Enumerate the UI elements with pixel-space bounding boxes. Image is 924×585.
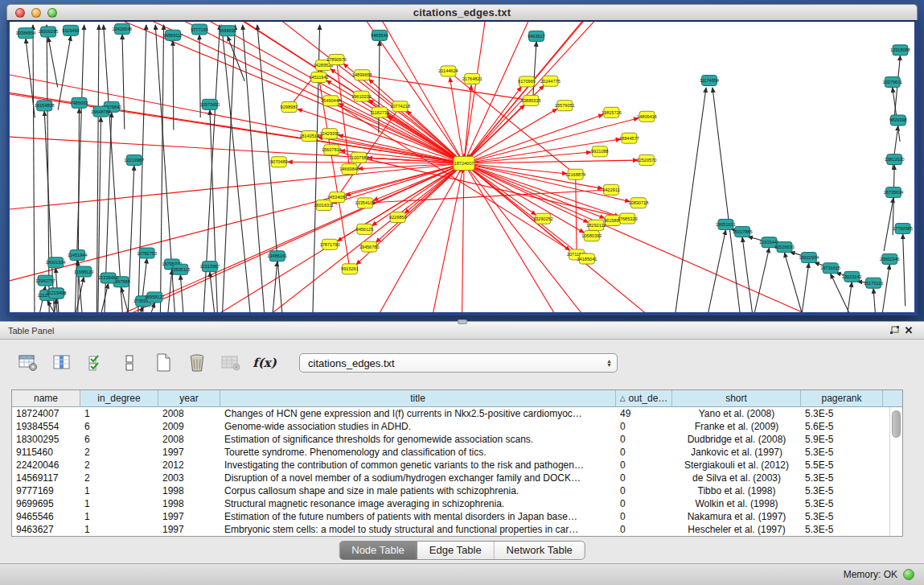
table-row[interactable]: 1938455462009Genome-wide association stu… [12,420,889,433]
graph-node[interactable]: 12213987 [124,154,144,165]
minimize-window-button[interactable] [31,8,41,18]
graph-node[interactable]: 9777169 [191,24,208,35]
graph-node[interactable]: 11174654 [700,76,719,86]
graph-edge[interactable] [576,175,577,255]
graph-edge[interactable] [168,270,172,312]
graph-node[interactable]: 10973493 [199,99,220,109]
scrollbar-thumb[interactable] [892,410,901,438]
graph-edge[interactable] [464,163,789,312]
graph-node[interactable]: 16782753 [137,248,157,258]
graph-node[interactable]: 14511942 [309,72,328,82]
graph-node[interactable]: 7485063 [71,97,88,108]
graph-node[interactable]: 18292112 [586,220,606,230]
column-header-in_degree[interactable]: in_degree [80,390,158,406]
graph-node[interactable]: 13812020 [885,154,905,165]
table-row[interactable]: 946554611997Estimation of the future num… [12,510,889,523]
table-scrollbar[interactable] [889,407,902,536]
graph-edge[interactable] [228,36,244,80]
graph-node[interactable]: 21144624 [438,66,458,76]
graph-node[interactable]: 21764821 [462,73,483,84]
graph-node[interactable]: 9070480 [270,157,288,167]
function-builder-icon[interactable]: f(x) [253,352,277,373]
graph-edge[interactable] [10,22,464,163]
graph-node[interactable]: 12213967 [199,262,220,272]
column-header-title[interactable]: title [220,390,616,406]
graph-edge[interactable] [362,75,531,101]
new-column-icon[interactable] [151,352,175,373]
graph-edge[interactable] [76,278,84,312]
window-titlebar[interactable]: citations_edges.txt [6,4,918,20]
close-panel-icon[interactable]: ✕ [901,324,916,337]
table-row[interactable]: 1872400712008Changes of HCN gene express… [12,407,889,420]
graph-edge[interactable] [848,282,852,312]
graph-node[interactable]: 14534084 [327,192,347,203]
graph-node[interactable]: 9422911 [602,184,619,195]
graph-edge[interactable] [464,87,521,163]
graph-node[interactable]: 15490444 [321,96,341,106]
graph-node[interactable]: 19456780 [359,241,380,252]
graph-edge[interactable] [10,22,464,163]
graph-node[interactable]: 9921088 [591,146,609,157]
graph-edge[interactable] [464,105,524,163]
delete-column-trash-icon[interactable] [185,352,209,373]
graph-edge[interactable] [48,37,58,87]
graph-edge[interactable] [122,35,125,129]
graph-node[interactable]: 13354109 [355,198,375,208]
table-row[interactable]: 1456911722003Disruption of a novel membe… [12,472,889,484]
graph-node[interactable]: 9915261 [341,264,359,274]
graph-node[interactable]: 18143514 [299,131,319,142]
graph-node[interactable]: 12526633 [774,242,795,253]
graph-node[interactable]: 14899658 [352,70,372,80]
table-row[interactable]: 2242004622012Investigating the contribut… [12,459,889,472]
graph-node[interactable]: 9226850 [389,212,407,223]
graph-node[interactable]: 19610202 [351,91,372,101]
column-header-year[interactable]: year [158,390,220,406]
graph-edge[interactable] [10,22,464,163]
table-selector-dropdown[interactable]: citations_edges.txt ▲▼ [299,353,618,373]
graph-node[interactable]: 10379611 [883,76,902,87]
graph-edge[interactable] [464,163,889,312]
row-height-icon[interactable] [117,352,142,373]
graph-node[interactable]: 12918088 [890,45,910,56]
graph-node[interactable]: 18301304 [46,257,66,268]
column-chooser-icon[interactable] [50,352,74,373]
graph-node[interactable]: 14809416 [637,111,657,122]
column-header-name[interactable]: name [12,390,80,406]
graph-edge[interactable] [372,163,464,225]
graph-node[interactable]: 16154808 [35,101,55,111]
graph-node[interactable]: 16735634 [884,187,904,198]
network-view[interactable]: 1938455418300295911546022420046145691179… [6,20,918,315]
graph-node[interactable]: 12168874 [565,169,585,179]
graph-edge[interactable] [884,198,893,251]
graph-node[interactable]: 17685329 [618,213,638,224]
graph-edge[interactable] [676,88,706,312]
column-header-pagerank[interactable]: pagerank [801,390,883,406]
graph-node[interactable]: 17871790 [320,239,340,249]
network-canvas[interactable]: 1938455418300295911546022420046145691179… [10,22,913,312]
graph-edge[interactable] [882,265,889,312]
tab-network-table[interactable]: Network Table [495,542,585,559]
graph-edge[interactable] [10,22,464,163]
graph-node[interactable]: 9463627 [528,31,545,41]
graph-edge[interactable] [460,154,464,312]
graph-node[interactable]: 13942757 [35,275,55,286]
graph-node[interactable]: 22420046 [113,24,133,35]
tab-edge-table[interactable]: Edge Table [417,542,495,559]
graph-edge[interactable] [754,248,769,312]
graph-node[interactable]: 9699695 [219,26,236,36]
graph-node[interactable]: 17760585 [893,224,913,234]
graph-edge[interactable] [464,85,471,163]
graph-node[interactable]: 10580393 [581,231,602,241]
split-handle[interactable] [458,319,467,324]
graph-edge[interactable] [785,253,802,312]
graph-node[interactable]: 15579051 [555,101,575,111]
graph-node[interactable]: 13023142 [842,271,862,282]
graph-edge[interactable] [10,22,464,163]
graph-edge[interactable] [802,263,808,312]
graph-node[interactable]: 18844577 [619,133,639,143]
table-settings-icon[interactable] [16,352,40,373]
graph-node[interactable]: 15607814 [322,145,342,155]
graph-node[interactable]: 19051631 [716,219,736,229]
graph-node[interactable]: 14185041 [577,253,597,264]
graph-node[interactable]: 13505115 [170,264,190,274]
